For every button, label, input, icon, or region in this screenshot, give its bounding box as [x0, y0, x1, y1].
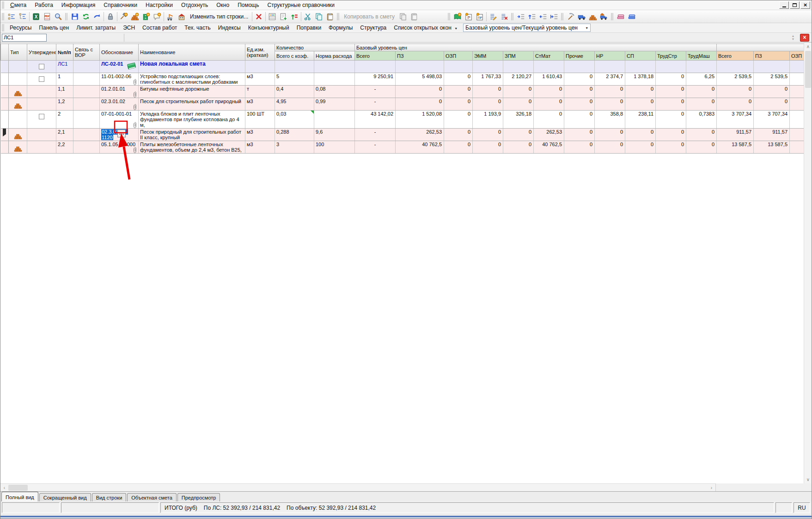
panel-button-2[interactable]: Панель цен: [35, 24, 73, 32]
minimize-button[interactable]: [779, 1, 789, 9]
horizontal-scroll-track[interactable]: [28, 484, 708, 491]
cell-b_nr-row-1,1[interactable]: 0: [595, 86, 625, 98]
cell-norm-row-2,2[interactable]: 100: [314, 141, 355, 154]
cell-b_ozp-row-2,2[interactable]: 0: [444, 141, 473, 154]
tree-expand-button[interactable]: [17, 11, 28, 22]
cell-unit-row-2[interactable]: 100 ШТ: [245, 111, 275, 129]
cell-qty-row-1,2[interactable]: 4,95: [275, 98, 314, 111]
cell-vor-row-ЛС1[interactable]: [73, 61, 100, 73]
cell-unit-row-ЛС1[interactable]: [245, 61, 275, 73]
cell-b_sp-row-2,2[interactable]: 0: [625, 141, 656, 154]
row-selector-1,1[interactable]: [1, 86, 9, 98]
cell-b_stmat-row-ЛС1[interactable]: [534, 61, 564, 73]
cell-vor-row-2,1[interactable]: [73, 129, 100, 141]
row-spinner[interactable]: ▲▼: [789, 34, 797, 41]
search-button[interactable]: [53, 11, 64, 22]
cell-b_emm-row-2,2[interactable]: 0: [473, 141, 503, 154]
pdf-export-button[interactable]: PDF: [42, 11, 53, 22]
cell-name-row-2[interactable]: Укладка блоков и плит ленточных фундамен…: [139, 111, 245, 129]
cell-norm-row-1,2[interactable]: 0,99: [314, 98, 355, 111]
indent-right-button[interactable]: [515, 11, 526, 22]
cell-b_sp-row-1[interactable]: 1 378,18: [625, 73, 656, 86]
cell-b_trudmash-row-1,1[interactable]: 0: [686, 86, 717, 98]
cell-b_pz-row-2,1[interactable]: 262,53: [396, 129, 444, 141]
cell-vor-row-2,2[interactable]: [73, 141, 100, 154]
vertical-scrollbar[interactable]: ∧ ∨: [804, 43, 812, 483]
materials-button[interactable]: [129, 11, 140, 22]
cell-c_total-row-2[interactable]: 3 707,34: [717, 111, 754, 129]
toolbar-grip[interactable]: [511, 13, 513, 20]
cell-num-row-1[interactable]: 1: [56, 73, 73, 86]
toolbar-grip[interactable]: [65, 13, 67, 20]
cell-b_nr-row-2,1[interactable]: 0: [595, 129, 625, 141]
cell-vor-row-1,2[interactable]: [73, 98, 100, 111]
panel-button-9[interactable]: Поправки: [293, 24, 325, 32]
cell-b_other-row-2,2[interactable]: 0: [564, 141, 595, 154]
toolbar-grip[interactable]: [611, 13, 613, 20]
toolbar-grip[interactable]: [448, 13, 450, 20]
cell-approved-row-2[interactable]: [27, 111, 56, 129]
cell-b_stmat-row-1,2[interactable]: 0: [534, 98, 564, 111]
cell-type-row-2,1[interactable]: [9, 129, 27, 141]
cell-c_ozp-row-1,1[interactable]: [790, 86, 804, 98]
norm-base-button[interactable]: [118, 11, 129, 22]
cell-c_ozp-row-1[interactable]: [790, 73, 804, 86]
cell-num-row-1,1[interactable]: 1,1: [56, 86, 73, 98]
copy-button[interactable]: [313, 11, 324, 22]
row-selector-1[interactable]: [1, 73, 9, 86]
cell-b_nr-row-2,2[interactable]: 0: [595, 141, 625, 154]
cell-norm-row-ЛС1[interactable]: [314, 61, 355, 73]
cell-b_trudstr-row-2[interactable]: 0: [656, 111, 686, 129]
undo-button[interactable]: [92, 11, 103, 22]
cell-b_other-row-1,2[interactable]: 0: [564, 98, 595, 111]
cell-type-row-2[interactable]: [9, 111, 27, 129]
cell-num-row-2,1[interactable]: 2,1: [56, 129, 73, 141]
book-blue-button[interactable]: [626, 11, 637, 22]
cell-b_total-row-1,2[interactable]: -: [355, 98, 396, 111]
truck-load-button[interactable]: [598, 11, 610, 22]
cell-c_ozp-row-2,1[interactable]: [790, 129, 804, 141]
cell-c_total-row-ЛС1[interactable]: [717, 61, 754, 73]
cell-basis-row-1[interactable]: 11-01-002-06: [100, 73, 139, 86]
scroll-right-icon[interactable]: ›: [708, 484, 715, 492]
toolbar-grip[interactable]: [2, 13, 4, 20]
cell-b_trudstr-row-2,2[interactable]: 0: [656, 141, 686, 154]
cell-b_total-row-2,1[interactable]: -: [355, 129, 396, 141]
copy-to-estimate-button[interactable]: Копировать в смету: [341, 12, 397, 21]
cell-c_ozp-row-1,2[interactable]: [790, 98, 804, 111]
cell-basis-row-2[interactable]: 07-01-001-01: [100, 111, 139, 129]
cell-b_zpm-row-ЛС1[interactable]: [503, 61, 534, 73]
cell-b_trudmash-row-1[interactable]: 6,25: [686, 73, 717, 86]
cell-approved-row-1,1[interactable]: [27, 86, 56, 98]
cell-name-row-1,2[interactable]: Песок для строительных работ природный: [139, 98, 245, 111]
cell-vor-row-2[interactable]: [73, 111, 100, 129]
cell-b_pz-row-1,1[interactable]: 0: [396, 86, 444, 98]
cell-unit-row-2,2[interactable]: м3: [245, 141, 275, 154]
cell-norm-row-2,1[interactable]: 9,6: [314, 129, 355, 141]
cell-basis-row-2,2[interactable]: 05.1.05.04-000: [100, 141, 139, 154]
cell-b_other-row-1[interactable]: 0: [564, 73, 595, 86]
cell-b_trudstr-row-1[interactable]: 0: [656, 73, 686, 86]
toolbar-grip[interactable]: [337, 13, 339, 20]
cell-b_emm-row-ЛС1[interactable]: [473, 61, 503, 73]
menu-item-7[interactable]: Окно: [212, 1, 233, 9]
cell-b_zpm-row-2,1[interactable]: 0: [503, 129, 534, 141]
cell-b_zpm-row-2[interactable]: 326,18: [503, 111, 534, 129]
cell-b_other-row-2[interactable]: 0: [564, 111, 595, 129]
approved-checkbox[interactable]: [39, 76, 44, 82]
cell-b_stmat-row-2,1[interactable]: 262,53: [534, 129, 564, 141]
cell-b_total-row-2,2[interactable]: -: [355, 141, 396, 154]
cell-num-row-2[interactable]: 2: [56, 111, 73, 129]
cell-b_trudstr-row-ЛС1[interactable]: [656, 61, 686, 73]
menu-item-2[interactable]: Работа: [31, 1, 57, 9]
cell-b_ozp-row-ЛС1[interactable]: [444, 61, 473, 73]
sort-rows-button[interactable]: [289, 11, 300, 22]
cell-b_sp-row-1,2[interactable]: 0: [625, 98, 656, 111]
view-tab-4[interactable]: Объектная смета: [127, 493, 177, 501]
cell-c_pz-row-1,2[interactable]: 0: [754, 98, 790, 111]
cell-b_trudstr-row-1,1[interactable]: 0: [656, 86, 686, 98]
cell-type-row-1[interactable]: [9, 73, 27, 86]
basis-code-selected-2[interactable]: 1120: [101, 135, 113, 140]
cell-b_nr-row-2[interactable]: 358,8: [595, 111, 625, 129]
cell-qty-row-1[interactable]: 5: [275, 73, 314, 86]
